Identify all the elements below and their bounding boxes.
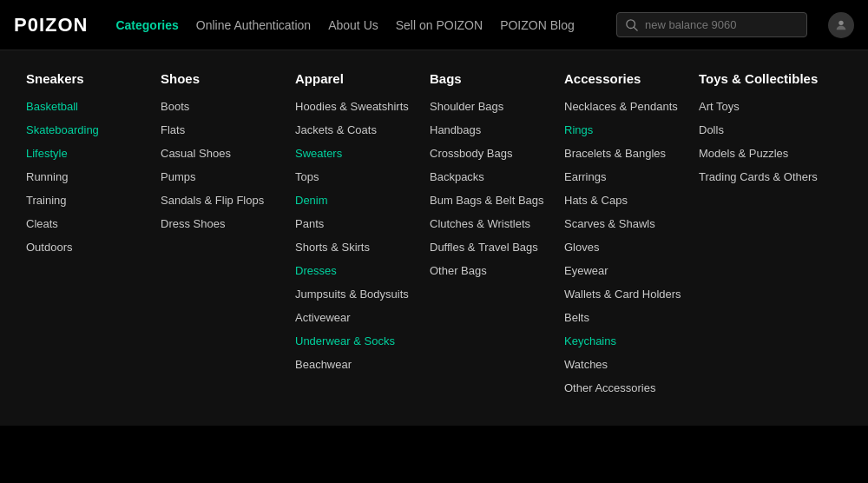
menu-item[interactable]: Backpacks (430, 170, 547, 183)
menu-item[interactable]: Pumps (161, 170, 278, 183)
nav-link-categories[interactable]: Categories (115, 18, 178, 32)
menu-column-toys-&-collectibles: Toys & CollectiblesArt ToysDollsModels &… (699, 71, 833, 405)
menu-item[interactable]: Jackets & Coats (295, 123, 412, 136)
svg-point-2 (838, 20, 843, 24)
menu-item[interactable]: Crossbody Bags (430, 147, 547, 160)
menu-item[interactable]: Other Bags (430, 264, 547, 277)
menu-column-shoes: ShoesBootsFlatsCasual ShoesPumpsSandals … (161, 71, 295, 405)
menu-item[interactable]: Activewear (295, 311, 412, 324)
nav-links: CategoriesOnline AuthenticationAbout UsS… (115, 18, 595, 32)
menu-item[interactable]: Training (26, 194, 143, 207)
menu-item[interactable]: Jumpsuits & Bodysuits (295, 288, 412, 301)
menu-item[interactable]: Art Toys (699, 100, 833, 113)
avatar[interactable] (828, 12, 854, 38)
column-header: Accessories (564, 71, 681, 86)
menu-item[interactable]: Tops (295, 170, 412, 183)
menu-item[interactable]: Underwear & Socks (295, 334, 412, 347)
dropdown-menu: SneakersBasketballSkateboardingLifestyle… (0, 50, 868, 426)
menu-item[interactable]: Gloves (564, 241, 681, 254)
column-header: Shoes (161, 71, 278, 86)
menu-item[interactable]: Clutches & Wristlets (430, 217, 547, 230)
column-header: Toys & Collectibles (699, 71, 833, 86)
nav-link-online-authentication[interactable]: Online Authentication (196, 18, 311, 32)
menu-item[interactable]: Trading Cards & Others (699, 170, 833, 183)
menu-item[interactable]: Wallets & Card Holders (564, 288, 681, 301)
menu-item[interactable]: Belts (564, 311, 681, 324)
search-box[interactable] (616, 12, 807, 37)
menu-item[interactable]: Skateboarding (26, 123, 143, 136)
menu-item[interactable]: Beachwear (295, 358, 412, 371)
menu-item[interactable]: Boots (161, 100, 278, 113)
menu-item[interactable]: Basketball (26, 100, 143, 113)
menu-item[interactable]: Eyewear (564, 264, 681, 277)
menu-item[interactable]: Pants (295, 217, 412, 230)
menu-item[interactable]: Necklaces & Pendants (564, 100, 681, 113)
menu-item[interactable]: Handbags (430, 123, 547, 136)
menu-item[interactable]: Outdoors (26, 241, 143, 254)
menu-item[interactable]: Other Accessories (564, 381, 681, 394)
logo[interactable]: P0IZON (14, 14, 88, 36)
menu-item[interactable]: Bracelets & Bangles (564, 147, 681, 160)
svg-line-1 (634, 27, 637, 30)
menu-column-sneakers: SneakersBasketballSkateboardingLifestyle… (26, 71, 161, 405)
search-input[interactable] (645, 18, 798, 31)
column-header: Sneakers (26, 71, 143, 86)
header: P0IZON CategoriesOnline AuthenticationAb… (0, 0, 868, 50)
menu-item[interactable]: Shoulder Bags (430, 100, 547, 113)
menu-item[interactable]: Lifestyle (26, 147, 143, 160)
menu-column-bags: BagsShoulder BagsHandbagsCrossbody BagsB… (430, 71, 564, 405)
menu-item[interactable]: Dresses (295, 264, 412, 277)
menu-item[interactable]: Watches (564, 358, 681, 371)
menu-item[interactable]: Models & Puzzles (699, 147, 833, 160)
menu-item[interactable]: Earrings (564, 170, 681, 183)
menu-item[interactable]: Keychains (564, 334, 681, 347)
menu-item[interactable]: Sandals & Flip Flops (161, 194, 278, 207)
menu-item[interactable]: Dolls (699, 123, 833, 136)
menu-column-apparel: ApparelHoodies & SweatshirtsJackets & Co… (295, 71, 430, 405)
menu-item[interactable]: Denim (295, 194, 412, 207)
search-icon (626, 19, 638, 31)
menu-item[interactable]: Bum Bags & Belt Bags (430, 194, 547, 207)
nav-link-sell-on-poizon[interactable]: Sell on POIZON (396, 18, 483, 32)
menu-item[interactable]: Cleats (26, 217, 143, 230)
column-header: Bags (430, 71, 547, 86)
menu-item[interactable]: Hoodies & Sweatshirts (295, 100, 412, 113)
column-header: Apparel (295, 71, 412, 86)
menu-item[interactable]: Sweaters (295, 147, 412, 160)
menu-item[interactable]: Casual Shoes (161, 147, 278, 160)
nav-link-poizon-blog[interactable]: POIZON Blog (500, 18, 575, 32)
nav-link-about-us[interactable]: About Us (328, 18, 378, 32)
menu-item[interactable]: Shorts & Skirts (295, 241, 412, 254)
menu-column-accessories: AccessoriesNecklaces & PendantsRingsBrac… (564, 71, 699, 405)
menu-item[interactable]: Rings (564, 123, 681, 136)
menu-item[interactable]: Dress Shoes (161, 217, 278, 230)
menu-item[interactable]: Running (26, 170, 143, 183)
menu-item[interactable]: Flats (161, 123, 278, 136)
menu-item[interactable]: Scarves & Shawls (564, 217, 681, 230)
menu-item[interactable]: Duffles & Travel Bags (430, 241, 547, 254)
menu-item[interactable]: Hats & Caps (564, 194, 681, 207)
